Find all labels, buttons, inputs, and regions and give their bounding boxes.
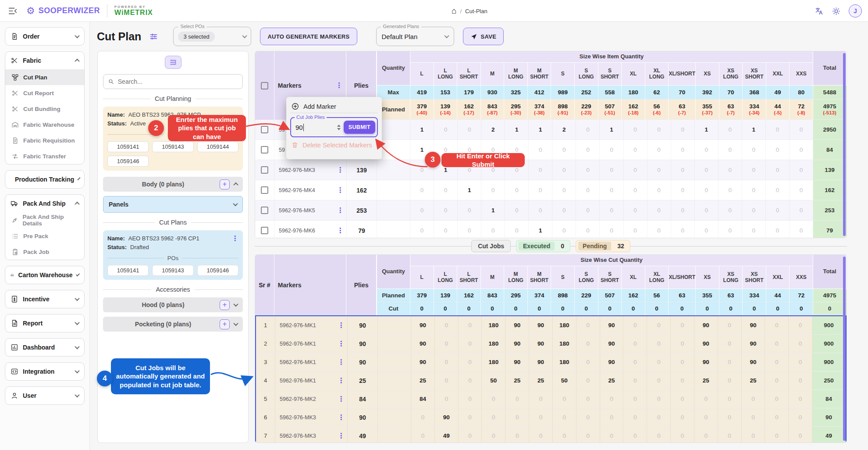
row-checkbox[interactable] [261,126,268,133]
wimetrix-logo: WiMETRIX [114,9,153,17]
sidebar-item-fabric-warehouse[interactable]: Fabric Warehouse [5,117,84,132]
doc-icon [11,32,18,40]
row-checkbox[interactable] [261,186,268,194]
sidebar-group-header[interactable]: Pack And Ship [5,195,84,212]
sidebar-item-label: Pack Job [23,249,49,255]
save-button[interactable]: SAVE [463,28,504,45]
row-checkbox[interactable] [261,227,268,234]
qty-cell: 90 [694,316,718,335]
qty-cell: 162 [622,289,645,302]
add-plan-icon[interactable]: + [220,179,230,189]
sidebar-item-cut-report[interactable]: Cut Report [5,85,84,101]
more-options-icon[interactable]: ⋮ [335,82,342,89]
sidebar-item-cut-plan[interactable]: Cut Plan [5,69,84,85]
sidebar-item-cut-bundling[interactable]: Cut Bundling [5,101,84,117]
total-header: Total [813,51,847,86]
user-avatar[interactable]: J [849,4,862,18]
top-bar: ⚙ SOOPERWIZER POWERED BY WiMETRIX ⌂ / Cu… [0,0,868,22]
more-options-icon[interactable]: ⋮ [338,322,345,329]
breadcrumb: ⌂ / Cut-Plan [452,0,487,22]
pocketing-section-bar[interactable]: Pocketing (0 plans) + [103,317,243,332]
qty-cell: 0 [505,221,529,238]
sidebar-group-header[interactable]: Incentive [5,290,84,308]
plies-cell: 253 [347,200,377,221]
row-checkbox[interactable] [261,166,268,174]
auto-generate-markers-button[interactable]: AUTO GENERATE MARKERS [260,28,357,45]
body-section-bar[interactable]: Body (0 plans) + [103,177,243,192]
translate-icon[interactable] [815,7,824,16]
submit-button[interactable]: SUBMIT [344,121,375,134]
quantity-spacer-cell [377,160,410,180]
qty-value: 44 [775,103,781,110]
row-checkbox-cell [255,221,274,238]
qty-cell: 0 [434,221,458,238]
qty-cell: 0 [671,120,695,140]
more-options-icon[interactable]: ⋮ [337,227,344,234]
sidebar-item-pre-pack[interactable]: Pre Pack [5,228,84,244]
panel-collapse-icon[interactable] [165,56,181,69]
theme-sun-icon[interactable] [832,7,841,16]
sidebar-item-pack-job[interactable]: Pack Job [5,244,84,260]
sidebar-group-header[interactable]: User [5,387,84,404]
home-icon[interactable]: ⌂ [452,6,456,16]
row-checkbox[interactable] [261,207,268,214]
marker-name: 5962-976-MK3 [279,167,334,173]
sidebar-group-header[interactable]: Report [5,314,84,332]
sidebar-toggle-icon[interactable] [8,6,18,16]
qty-cell: 0 [434,120,458,140]
add-plan-icon[interactable]: + [220,319,230,329]
select-all-checkbox[interactable] [261,82,268,89]
vertical-scrollbar[interactable] [843,53,846,236]
sidebar-group-header[interactable]: Integration [5,363,84,380]
qty-cell: 0 [766,140,790,160]
qty-cell: 898 [551,289,575,302]
more-options-icon[interactable]: ⋮ [337,207,344,214]
more-options-icon[interactable]: ⋮ [338,414,345,421]
size-label-line: LONG [723,278,739,284]
vertical-scrollbar[interactable] [843,257,846,441]
filter-sliders-icon[interactable] [149,32,158,41]
size-header-xl: XL [622,266,645,289]
sidebar-item-pack-and-ship-details[interactable]: Pack And Ship Details [5,212,84,228]
hood-section-bar[interactable]: Hood (0 plans) + [103,297,243,312]
plies-cell: 79 [347,221,377,238]
add-plan-icon[interactable]: + [220,300,230,310]
delete-selected-markers-item[interactable]: Delete Selected Markers [290,141,378,149]
more-options-icon[interactable]: ⋮ [337,167,344,174]
generated-plans-dropdown[interactable]: Generated Plans Default Plan [376,27,454,46]
qty-cell: 0 [623,371,647,390]
qty-value: 374 [534,103,544,110]
more-options-icon[interactable]: ⋮ [338,432,345,439]
qty-cell: 0 [600,160,623,180]
size-label-line: XL [653,271,660,278]
more-options-icon[interactable]: ⋮ [337,187,344,194]
qty-cell: 0 [719,140,742,160]
row-checkbox[interactable] [261,146,268,154]
sidebar-group-label: Incentive [23,296,71,303]
size-header-xl-short: XL/SHORT [669,266,696,289]
sidebar-item-fabric-transfer[interactable]: Fabric Transfer [5,148,84,164]
sidebar-group-header[interactable]: Production Tracking [5,171,84,188]
cut-plan-card: Name:AEO BTS23 5962 -976 CP1⋮ Status:Dra… [103,230,243,280]
select-pos-dropdown[interactable]: Select POs 3 selected [173,27,251,46]
sidebar-group-header[interactable]: Fabric [5,52,84,69]
sidebar-group-header[interactable]: Carton Warehouse [5,266,84,284]
number-spinner[interactable] [337,125,341,130]
sidebar-group-header[interactable]: Order [5,28,84,45]
more-options-icon[interactable]: ⋮ [338,377,345,384]
more-options-icon[interactable]: ⋮ [338,359,345,366]
qty-cell: 0 [671,427,694,443]
sidebar-item-fabric-requisition[interactable]: Fabric Requisition [5,132,84,148]
more-options-icon[interactable]: ⋮ [338,396,345,403]
add-marker-menu-item[interactable]: Add Marker [290,100,378,113]
qty-cell: 1 [742,120,766,140]
size-header-s-short: SSHORT [598,266,622,289]
qty-cell: 0 [576,140,600,160]
more-options-icon[interactable]: ⋮ [338,340,345,347]
more-options-icon[interactable]: ⋮ [231,235,238,242]
cut-job-plies-input[interactable]: 90 [295,124,337,131]
panels-dropdown[interactable]: Panels [103,196,243,213]
sidebar-group-header[interactable]: Dashboard [5,339,84,356]
search-input[interactable] [118,78,238,85]
qty-cell: 0 [600,221,623,238]
